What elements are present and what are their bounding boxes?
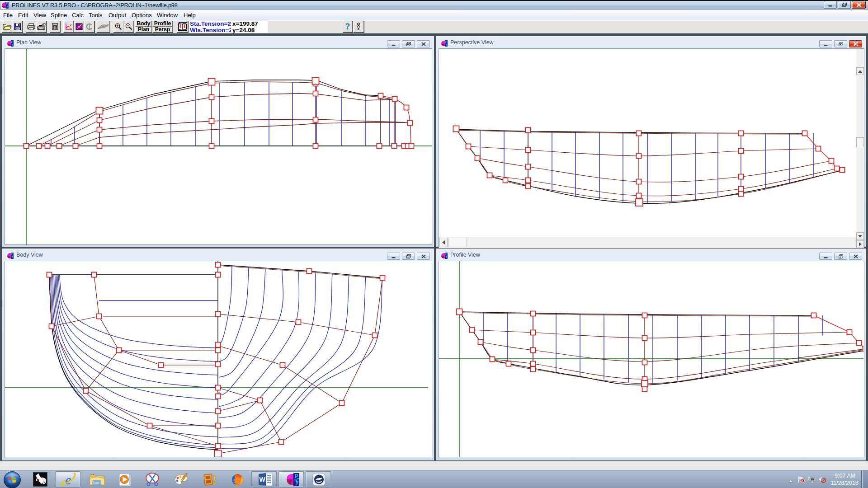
svg-text:P: P (11, 40, 14, 43)
svg-text:e: e (65, 473, 71, 487)
svg-text:7: 7 (445, 256, 447, 259)
svg-text:7: 7 (296, 480, 299, 487)
svg-text:7: 7 (6, 5, 8, 9)
svg-text:7: 7 (11, 256, 13, 259)
svg-text:W: W (259, 476, 265, 483)
svg-text:7: 7 (11, 43, 13, 47)
svg-text:?: ? (345, 22, 350, 31)
svg-text:P: P (445, 253, 448, 256)
svg-text:P: P (445, 40, 448, 43)
svg-text:7: 7 (445, 43, 447, 47)
svg-text:P: P (11, 253, 14, 256)
